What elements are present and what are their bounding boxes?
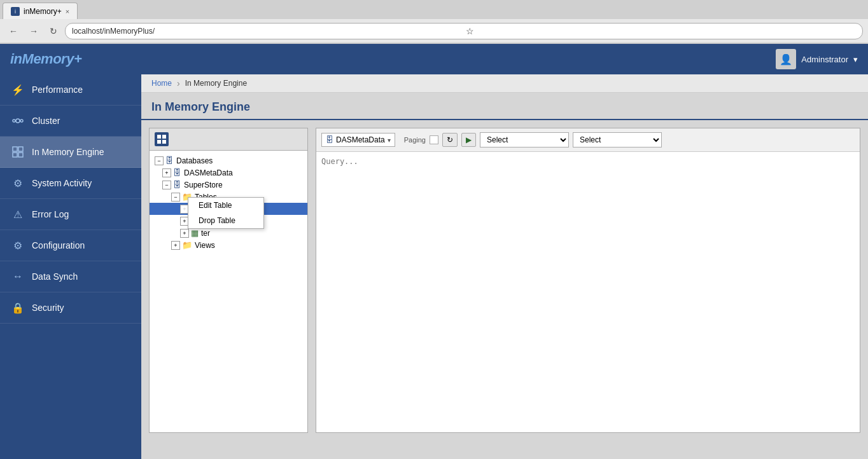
tree-panel-header — [150, 128, 307, 151]
tree-toggle-superstore[interactable]: − — [162, 181, 171, 189]
sidebar-item-system-activity[interactable]: ⚙ System Activity — [0, 168, 141, 199]
refresh-button[interactable]: ↻ — [442, 133, 458, 147]
svg-rect-7 — [13, 153, 17, 157]
superstore-icon: 🗄 — [173, 180, 181, 189]
app-logo: inMemory+ — [10, 51, 81, 67]
main-layout: ⚡ Performance Cluster — [0, 74, 868, 459]
cluster-icon — [10, 113, 25, 128]
security-icon: 🔒 — [10, 300, 25, 315]
sidebar-item-cluster[interactable]: Cluster — [0, 106, 141, 137]
sidebar-item-performance[interactable]: ⚡ Performance — [0, 74, 141, 106]
sidebar-label-performance: Performance — [32, 85, 83, 95]
in-memory-engine-icon — [10, 144, 25, 160]
svg-rect-11 — [157, 140, 161, 144]
dasmetadata-icon: 🗄 — [173, 168, 181, 177]
sidebar-label-security: Security — [32, 303, 64, 313]
sidebar-label-in-memory-engine: In Memory Engine — [32, 147, 104, 157]
tree-node-superstore[interactable]: − 🗄 SuperStore — [150, 179, 307, 191]
nav-bar: ← → ↻ localhost/inMemoryPlus/ ☆ — [0, 19, 868, 43]
sidebar-item-in-memory-engine[interactable]: In Memory Engine — [0, 137, 141, 168]
error-log-icon: ⚠ — [10, 207, 25, 222]
app-title-text: inMemory+ — [10, 51, 81, 67]
tab-title: inMemory+ — [24, 7, 62, 16]
query-toolbar: 🗄 DASMetaData ▾ Paging ↻ ▶ Select Option — [316, 128, 860, 152]
sidebar-label-configuration: Configuration — [32, 240, 85, 250]
user-area: 👤 Adminstrator ▾ — [776, 49, 858, 69]
forward-button[interactable]: → — [25, 24, 42, 38]
db-selector-arrow: ▾ — [388, 137, 391, 144]
breadcrumb-home[interactable]: Home — [151, 79, 172, 88]
tree-toggle-dasmetadata[interactable]: + — [162, 168, 171, 177]
run-button[interactable]: ▶ — [461, 133, 476, 147]
address-bar[interactable]: localhost/inMemoryPlus/ ☆ — [65, 23, 863, 39]
tree-toggle-ter[interactable]: + — [180, 229, 189, 238]
tree-label-superstore: SuperStore — [184, 181, 223, 189]
tree-toggle-tables[interactable]: − — [171, 193, 180, 202]
content-panels: − 🗄 Databases + 🗄 DASMetaData − — [141, 120, 868, 441]
tree-toggle-databases[interactable]: − — [155, 156, 164, 165]
content-area: Home › In Memory Engine In Memory Engine — [141, 74, 868, 459]
query-textarea[interactable] — [316, 152, 860, 432]
configuration-icon: ⚙ — [10, 238, 25, 253]
tree-label-ter: ter — [201, 229, 210, 238]
svg-rect-9 — [157, 135, 161, 139]
breadcrumb-current: In Memory Engine — [185, 79, 247, 88]
tab-bar: i inMemory+ × — [0, 0, 868, 19]
tree-label-dasmetadata: DASMetaData — [184, 168, 233, 177]
context-menu-edit-table[interactable]: Edit Table — [188, 198, 263, 213]
sidebar-item-data-synch[interactable]: ↔ Data Synch — [0, 261, 141, 292]
sidebar-label-data-synch: Data Synch — [32, 271, 78, 282]
paging-checkbox[interactable] — [430, 135, 438, 144]
tree-node-databases[interactable]: − 🗄 Databases — [150, 154, 307, 167]
back-button[interactable]: ← — [5, 24, 22, 38]
svg-rect-8 — [18, 153, 23, 157]
svg-point-1 — [13, 120, 15, 122]
tree-panel: − 🗄 Databases + 🗄 DASMetaData − — [149, 128, 308, 433]
url-text: localhost/inMemoryPlus/ — [72, 27, 462, 36]
db-selector-label: DASMetaData — [336, 135, 385, 144]
tree-node-dasmetadata[interactable]: + 🗄 DASMetaData — [150, 167, 307, 179]
user-dropdown-arrow[interactable]: ▾ — [853, 55, 858, 64]
bookmark-icon[interactable]: ☆ — [466, 26, 856, 36]
performance-icon: ⚡ — [10, 82, 25, 97]
reload-button[interactable]: ↻ — [46, 24, 61, 38]
sidebar-item-error-log[interactable]: ⚠ Error Log — [0, 199, 141, 230]
context-menu: Edit Table Drop Table — [188, 197, 264, 229]
paging-label: Paging — [404, 136, 426, 144]
context-menu-drop-table[interactable]: Drop Table — [188, 213, 263, 228]
sidebar-label-cluster: Cluster — [32, 116, 60, 126]
sidebar-label-system-activity: System Activity — [32, 178, 92, 188]
browser-chrome: i inMemory+ × ← → ↻ localhost/inMemoryPl… — [0, 0, 868, 44]
tab-close-button[interactable]: × — [66, 8, 69, 15]
select-dropdown-2[interactable]: Select Option1 Option2 — [573, 132, 662, 147]
svg-rect-5 — [13, 147, 17, 151]
select-dropdown-1[interactable]: Select Option1 Option2 — [480, 132, 569, 147]
database-selector[interactable]: 🗄 DASMetaData ▾ — [321, 133, 395, 147]
query-panel: 🗄 DASMetaData ▾ Paging ↻ ▶ Select Option — [316, 128, 860, 433]
breadcrumb: Home › In Memory Engine — [141, 74, 868, 93]
sidebar-label-error-log: Error Log — [32, 209, 69, 219]
ter-table-icon: ▦ — [191, 228, 199, 238]
tree-panel-header-icon — [155, 132, 169, 146]
browser-tab[interactable]: i inMemory+ × — [3, 3, 78, 19]
app-header: inMemory+ 👤 Adminstrator ▾ — [0, 44, 868, 74]
tree-toggle-views[interactable]: + — [171, 241, 180, 250]
sidebar: ⚡ Performance Cluster — [0, 74, 141, 459]
databases-icon: 🗄 — [165, 156, 174, 165]
user-avatar: 👤 — [776, 49, 796, 69]
svg-rect-10 — [162, 135, 166, 139]
page-title: In Memory Engine — [141, 93, 868, 120]
svg-point-0 — [16, 119, 20, 123]
tab-favicon: i — [11, 7, 20, 16]
tree-label-views: Views — [195, 241, 215, 250]
username-label: Adminstrator — [801, 55, 848, 64]
db-selector-icon: 🗄 — [326, 135, 333, 144]
tree-label-databases: Databases — [176, 156, 213, 165]
svg-rect-12 — [162, 140, 166, 144]
sidebar-item-configuration[interactable]: ⚙ Configuration — [0, 230, 141, 261]
sidebar-item-security[interactable]: 🔒 Security — [0, 292, 141, 324]
system-activity-icon: ⚙ — [10, 175, 25, 191]
svg-rect-6 — [18, 147, 23, 151]
tree-body: − 🗄 Databases + 🗄 DASMetaData − — [150, 151, 307, 255]
tree-node-views[interactable]: + 📁 Views — [150, 239, 307, 251]
